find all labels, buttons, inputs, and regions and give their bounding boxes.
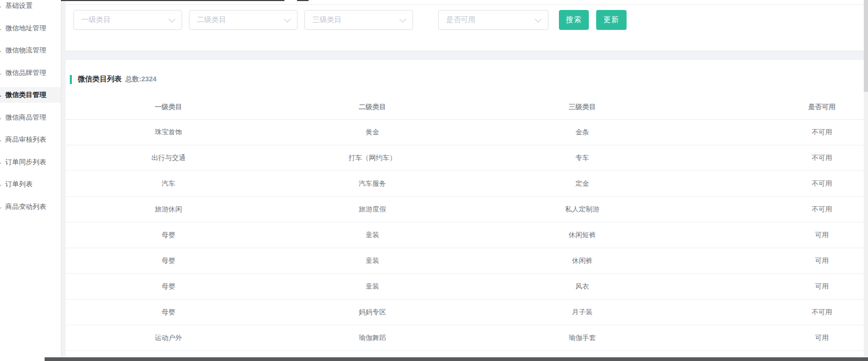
chevron-down-icon [284, 16, 291, 23]
table-cell: 母婴 [66, 300, 271, 325]
sidebar-item[interactable]: →订单列表 [0, 176, 61, 192]
table-cell: 可用 [691, 248, 868, 274]
search-button[interactable]: 搜索 [559, 10, 589, 30]
arrow-right-icon: → [0, 25, 3, 32]
table-cell: 风衣 [473, 274, 691, 300]
table-row: 母婴童装风衣可用 [66, 274, 868, 300]
section-header: 微信类目列表 总数:2324 [70, 75, 156, 84]
column-header: 一级类目 [66, 95, 271, 120]
vertical-scrollbar-thumb[interactable] [864, 0, 868, 92]
table-row: 母婴童装休闲短裤可用 [66, 222, 868, 248]
arrow-right-icon: → [0, 69, 3, 77]
table-cell: 打车（网约车） [271, 145, 473, 171]
table-cell: 休闲裤 [473, 248, 691, 274]
table-cell: 出行与交通 [66, 145, 271, 171]
arrow-right-icon: → [0, 158, 3, 166]
table-cell: 瑜伽手套 [473, 325, 691, 351]
accent-tick [70, 75, 72, 84]
table-cell: 童装 [271, 222, 473, 248]
table-cell: 童装 [271, 274, 473, 300]
sidebar-item-label: 微信类目管理 [5, 90, 46, 100]
column-header: 二级类目 [271, 95, 473, 120]
chevron-down-icon [168, 16, 175, 23]
table-cell: 可用 [691, 325, 868, 351]
table-row: 运动户外瑜伽舞蹈瑜伽手套可用 [66, 325, 868, 351]
vertical-scrollbar[interactable] [864, 0, 868, 361]
table-cell: 定金 [473, 171, 691, 197]
sidebar-item[interactable]: →微信地址管理 [0, 20, 61, 36]
sidebar-item[interactable]: →微信类目管理 [0, 87, 61, 103]
arrow-right-icon: → [0, 114, 3, 121]
sidebar-item-label: 微信商品管理 [5, 113, 46, 122]
sidebar-item[interactable]: →微信物流管理 [0, 43, 61, 58]
table-row: 母婴童装休闲裤可用 [66, 248, 868, 274]
section-title: 微信类目列表 [78, 75, 122, 84]
sidebar-item[interactable]: →微信商品管理 [0, 110, 61, 125]
filter-select[interactable]: 二级类目 [189, 10, 298, 30]
table-cell: 不可用 [691, 171, 868, 197]
chevron-down-icon [535, 16, 542, 23]
sidebar-item[interactable]: →微信品牌管理 [0, 65, 61, 81]
select-placeholder: 二级类目 [197, 15, 226, 25]
filter-select[interactable]: 一级类目 [73, 10, 182, 30]
table-cell: 旅游度假 [271, 197, 473, 222]
table-row: 出行与交通打车（网约车）专车不可用 [66, 145, 868, 171]
sidebar-item[interactable]: →订单同步列表 [0, 154, 61, 170]
table-cell: 专车 [473, 145, 691, 171]
table-cell: 休闲短裤 [473, 222, 691, 248]
table-row: 珠宝首饰黄金金条不可用 [66, 120, 868, 145]
table-cell: 母婴 [66, 248, 271, 274]
sidebar-item-label: 商品变动列表 [5, 202, 46, 211]
sidebar-item-label: 订单列表 [5, 179, 33, 189]
sidebar-item-label: 微信品牌管理 [5, 68, 46, 78]
table-cell: 母婴 [66, 274, 271, 300]
top-edge-line [61, 0, 284, 1]
arrow-right-icon: → [0, 203, 3, 210]
sidebar-item-label: 基础设置 [5, 1, 33, 10]
table-cell: 汽车服务 [271, 171, 473, 197]
table-cell: 可用 [691, 274, 868, 300]
sidebar-item-label: 微信地址管理 [5, 24, 46, 33]
table-cell: 可用 [691, 222, 868, 248]
horizontal-scrollbar-thumb[interactable] [45, 357, 868, 361]
table-row: 汽车汽车服务定金不可用 [66, 171, 868, 197]
top-edge-line-short [297, 0, 309, 1]
table-cell: 金条 [473, 120, 691, 145]
table-cell: 不可用 [691, 145, 868, 171]
table-cell: 不可用 [691, 197, 868, 222]
select-placeholder: 三级类目 [312, 15, 342, 25]
table-cell: 旅游休闲 [66, 197, 271, 222]
table-body: 珠宝首饰黄金金条不可用出行与交通打车（网约车）专车不可用汽车汽车服务定金不可用旅… [66, 120, 868, 351]
table-row: 母婴妈妈专区月子装不可用 [66, 300, 868, 325]
table-cell: 珠宝首饰 [66, 120, 271, 145]
arrow-right-icon: → [0, 136, 3, 143]
table-cell: 母婴 [66, 222, 271, 248]
sidebar-item[interactable]: →商品变动列表 [0, 199, 61, 215]
sidebar-menu: →基础设置→微信地址管理→微信物流管理→微信品牌管理→微信类目管理→微信商品管理… [0, 0, 61, 215]
select-placeholder: 一级类目 [81, 15, 111, 25]
table-cell: 妈妈专区 [271, 300, 473, 325]
filter-select[interactable]: 是否可用 [438, 10, 548, 30]
sidebar-item-label: 商品审核列表 [5, 135, 46, 144]
update-button[interactable]: 更新 [596, 10, 627, 30]
column-header: 是否可用 [691, 95, 868, 120]
table-card: 微信类目列表 总数:2324 一级类目二级类目三级类目是否可用 珠宝首饰黄金金条… [66, 60, 868, 361]
category-table: 一级类目二级类目三级类目是否可用 珠宝首饰黄金金条不可用出行与交通打车（网约车）… [66, 95, 868, 351]
sidebar: →基础设置→微信地址管理→微信物流管理→微信品牌管理→微信类目管理→微信商品管理… [0, 0, 61, 361]
filter-card-top-border [66, 4, 868, 5]
table-cell: 不可用 [691, 300, 868, 325]
sidebar-item-label: 订单同步列表 [5, 157, 46, 167]
filter-select[interactable]: 三级类目 [304, 10, 413, 30]
table-header-row: 一级类目二级类目三级类目是否可用 [66, 95, 868, 120]
table-cell: 黄金 [271, 120, 473, 145]
arrow-right-icon: → [0, 91, 3, 99]
sidebar-item[interactable]: →基础设置 [0, 0, 61, 14]
sidebar-item[interactable]: →商品审核列表 [0, 132, 61, 147]
table-cell: 童装 [271, 248, 473, 274]
table-cell: 月子装 [473, 300, 691, 325]
arrow-right-icon: → [0, 47, 3, 54]
arrow-right-icon: → [0, 2, 3, 9]
total-count: 总数:2324 [125, 75, 156, 84]
table-cell: 瑜伽舞蹈 [271, 325, 473, 351]
select-placeholder: 是否可用 [446, 15, 475, 25]
